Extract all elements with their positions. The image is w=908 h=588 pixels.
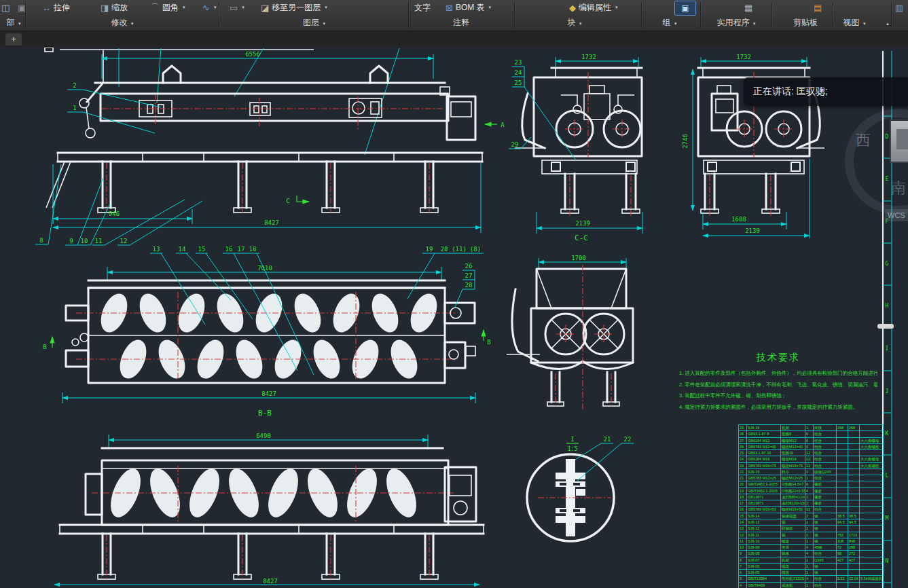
rectangle-dropdown-arrow[interactable]: ▾ <box>242 5 244 10</box>
group-selection-button[interactable]: ▣ <box>674 1 696 16</box>
bom-cell: 组合 <box>814 444 837 450</box>
bom-cell: 组合 <box>814 463 837 469</box>
border-zone-letter: H <box>886 303 889 309</box>
panel-label-block[interactable]: 块 ▾ <box>553 15 596 31</box>
bom-cell <box>848 469 860 475</box>
bom-cell: 5 <box>739 576 747 582</box>
bom-cell <box>837 444 848 450</box>
edit-attributes-dropdown-arrow[interactable]: ▾ <box>615 5 618 10</box>
bom-cell: 4 <box>739 583 747 588</box>
ribbon-collapse-button[interactable]: ▴ <box>880 15 894 31</box>
utilities-tool-button[interactable]: ▦ <box>744 0 752 15</box>
panel-label-modify[interactable]: 修改 ▾ <box>95 15 149 31</box>
bom-cell: 7 <box>739 564 747 570</box>
paste-button[interactable]: ▤ <box>814 0 822 15</box>
bom-cell: 螺栓M16×50 <box>781 507 805 513</box>
stretch-button[interactable]: ↔拉伸 <box>42 0 70 15</box>
move-to-layer-button[interactable]: ◪移至另一图层▾ <box>261 0 327 15</box>
bom-cell: GB93.1-87 16 <box>747 450 781 456</box>
bom-table-button[interactable]: ⊠BOM 表▾ <box>446 0 491 15</box>
svg-text:23: 23 <box>515 59 522 66</box>
bom-cell <box>848 456 860 462</box>
bom-cell: 料斗 <box>781 469 805 475</box>
viewcube-west-label[interactable]: 西 <box>856 130 871 151</box>
bom-cell: 6 <box>805 438 814 444</box>
panel-label-annotate[interactable]: 注释 <box>438 15 484 31</box>
bom-cell <box>860 583 884 588</box>
panel-label-layers[interactable]: 图层 ▾ <box>289 15 340 31</box>
svg-text:18: 18 <box>249 246 257 253</box>
view-tool-button[interactable]: ▥ <box>895 0 903 15</box>
panel-label-utilities[interactable]: 实用程序 ▾ <box>705 15 767 31</box>
bom-cell: 427 <box>848 557 860 564</box>
bom-cell: 6 <box>805 444 814 450</box>
bom-cell: 螺栓M16×75 <box>781 463 805 469</box>
bom-cell: SJ6-11 <box>747 532 781 538</box>
bom-cell <box>860 526 884 532</box>
edit-attributes-button[interactable]: ◆编辑属性▾ <box>569 0 618 15</box>
rectangle-tool-button[interactable]: ▭▾ <box>230 0 244 15</box>
fillet-icon: ⌒ <box>151 3 160 12</box>
panel-label-group[interactable]: 组 ▾ <box>649 15 691 31</box>
bom-cell <box>860 513 884 519</box>
bom-cell: 轴承端盖 <box>781 513 805 519</box>
new-drawing-tab-button[interactable]: + <box>5 33 22 45</box>
svg-text:27: 27 <box>465 272 473 279</box>
bom-cell: SJ6-07 <box>747 557 781 564</box>
bom-cell: SJ6-05 <box>747 570 781 576</box>
panel-label-partial[interactable]: 部 ▾ <box>0 15 27 31</box>
svg-text:A: A <box>501 122 505 128</box>
bom-cell: 橡胶 <box>814 500 837 507</box>
bom-cell <box>837 475 848 481</box>
wcs-menu[interactable]: WCS <box>885 209 908 221</box>
fillet-button[interactable]: ⌒圆角▾ <box>151 0 185 15</box>
fillet-dropdown-arrow[interactable]: ▾ <box>183 5 185 10</box>
text-button[interactable]: 文字 <box>414 0 431 15</box>
bom-row: 6SJ6-05端盖1钢 <box>739 570 884 576</box>
svg-text:B-B: B-B <box>258 409 272 418</box>
viewcube-south-label[interactable]: 南 <box>891 178 906 198</box>
bom-cell: 12 <box>805 507 814 513</box>
bom-cell: 4 <box>805 551 814 557</box>
svg-text:19: 19 <box>426 246 433 253</box>
bom-row: 14SJ6-13轴1钢94.594.5 <box>739 519 884 526</box>
bom-table-icon: ⊠ <box>446 3 453 12</box>
viewcube-face[interactable] <box>896 129 908 149</box>
bom-cell: 钢 <box>814 570 837 576</box>
bom-cell: 螺栓M12×25 <box>781 475 805 481</box>
bom-cell: 机架 <box>781 557 805 564</box>
move-to-layer-dropdown-arrow[interactable]: ▾ <box>325 5 327 10</box>
bom-cell: 14 <box>739 519 747 526</box>
scale-button[interactable]: ◨缩放 <box>101 0 128 15</box>
polyline-dropdown-arrow[interactable]: ▾ <box>214 5 217 10</box>
partial-tool-button[interactable]: ◫ <box>1 0 10 15</box>
bom-cell: 24 <box>739 456 747 462</box>
bom-cell: 29 <box>739 425 747 431</box>
scrollbar-thumb[interactable] <box>877 324 894 329</box>
bom-cell <box>848 564 860 570</box>
bom-cell: 1 <box>805 570 814 576</box>
bom-cell: 组合 <box>814 551 837 557</box>
bom-cell <box>860 469 884 475</box>
svg-text:6490: 6490 <box>256 433 271 439</box>
bom-dropdown-arrow[interactable]: ▾ <box>489 5 492 10</box>
bom-cell: 752 <box>837 532 848 538</box>
panel-label-view[interactable]: 视图 ▾ <box>834 15 875 31</box>
bom-cell: SJ6-09 <box>747 545 781 551</box>
stretch-icon: ↔ <box>42 3 51 12</box>
bom-row: 11SJ6-10螺旋1钢108848 <box>739 538 884 545</box>
svg-text:1:5: 1:5 <box>568 446 578 452</box>
bom-cell <box>837 564 848 570</box>
bom-cell: 268 <box>837 425 848 431</box>
bom-row: 24GB6184 M16螺母M1612组合大六角螺母 <box>739 456 884 462</box>
bom-cell: 2 <box>805 469 814 475</box>
bom-cell: 1 <box>805 557 814 564</box>
viewcube[interactable] <box>890 120 908 163</box>
bom-cell: GB13871 <box>747 494 781 500</box>
svg-text:17: 17 <box>238 246 245 253</box>
panel-label-clipboard[interactable]: 剪贴板 <box>781 15 830 31</box>
voice-chat-speaking-text: 正在讲话: 匡驭骢; <box>753 86 828 98</box>
bom-cell: 1 <box>805 519 814 526</box>
bom-cell: 288 <box>848 545 860 551</box>
polyline-edit-button[interactable]: ∿▾ <box>202 0 216 15</box>
